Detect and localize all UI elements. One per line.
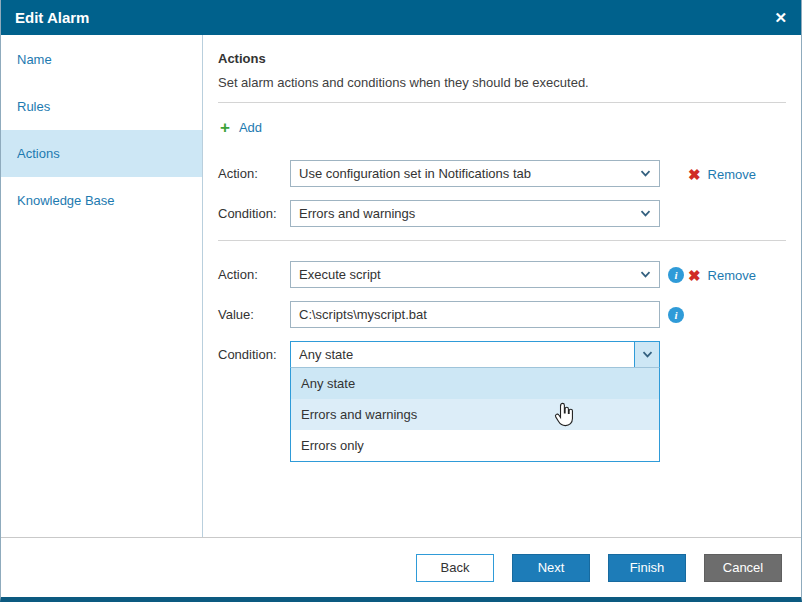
sidebar-item-name[interactable]: Name	[1, 36, 202, 83]
finish-button[interactable]: Finish	[608, 554, 686, 582]
dropdown-option-errors-and-warnings[interactable]: Errors and warnings	[291, 399, 659, 430]
edit-alarm-dialog: Edit Alarm ✕ Name Rules Actions Knowledg…	[0, 0, 802, 602]
dropdown-option-any-state[interactable]: Any state	[291, 368, 659, 399]
chevron-down-icon	[640, 271, 651, 278]
action-select[interactable]: Use configuration set in Notifications t…	[290, 160, 660, 187]
condition-select[interactable]: Errors and warnings	[290, 200, 660, 227]
action-label: Action:	[218, 267, 290, 282]
hand-cursor-icon	[553, 402, 575, 432]
page-title: Actions	[218, 51, 786, 66]
sidebar: Name Rules Actions Knowledge Base	[1, 35, 203, 537]
action-group-1: Action: Use configuration set in Notific…	[218, 160, 786, 227]
action-select[interactable]: Execute script	[290, 261, 660, 288]
sidebar-item-actions[interactable]: Actions	[1, 130, 202, 177]
page-subtitle: Set alarm actions and conditions when th…	[218, 75, 786, 90]
remove-label: Remove	[708, 267, 756, 282]
info-icon: i	[668, 267, 684, 283]
chevron-down-icon	[642, 351, 653, 358]
script-value-input[interactable]	[290, 301, 660, 328]
condition-label: Condition:	[218, 206, 290, 221]
divider	[218, 240, 786, 241]
plus-icon: +	[220, 119, 230, 136]
footer: Back Next Finish Cancel	[1, 537, 801, 597]
action-label: Action:	[218, 166, 290, 181]
remove-action-button[interactable]: ✖ Remove	[688, 267, 756, 282]
condition-select-open[interactable]: Any state	[290, 341, 660, 368]
value-label: Value:	[218, 307, 290, 322]
remove-action-button[interactable]: ✖ Remove	[688, 166, 756, 181]
chevron-down-icon	[640, 210, 651, 217]
back-button[interactable]: Back	[416, 554, 494, 582]
sidebar-item-knowledge-base[interactable]: Knowledge Base	[1, 177, 202, 224]
next-button[interactable]: Next	[512, 554, 590, 582]
close-icon[interactable]: ✕	[774, 10, 787, 25]
remove-label: Remove	[708, 166, 756, 181]
add-label: Add	[239, 120, 262, 135]
chevron-box[interactable]	[634, 342, 659, 367]
condition-dropdown-list: Any state Errors and warnings Errors onl…	[290, 367, 660, 462]
info-icon: i	[668, 307, 684, 323]
action-group-2: Action: Execute script i ✖ Remove Value:	[218, 261, 786, 368]
divider	[218, 102, 786, 103]
dialog-title: Edit Alarm	[15, 9, 89, 26]
condition-label: Condition:	[218, 347, 290, 362]
dropdown-option-errors-only[interactable]: Errors only	[291, 430, 659, 461]
cancel-button[interactable]: Cancel	[704, 554, 782, 582]
remove-x-icon: ✖	[688, 166, 701, 181]
titlebar: Edit Alarm ✕	[1, 0, 801, 35]
chevron-down-icon	[640, 170, 651, 177]
actions-panel: Actions Set alarm actions and conditions…	[203, 35, 801, 537]
remove-x-icon: ✖	[688, 267, 701, 282]
sidebar-item-rules[interactable]: Rules	[1, 83, 202, 130]
add-action-button[interactable]: + Add	[220, 119, 290, 136]
